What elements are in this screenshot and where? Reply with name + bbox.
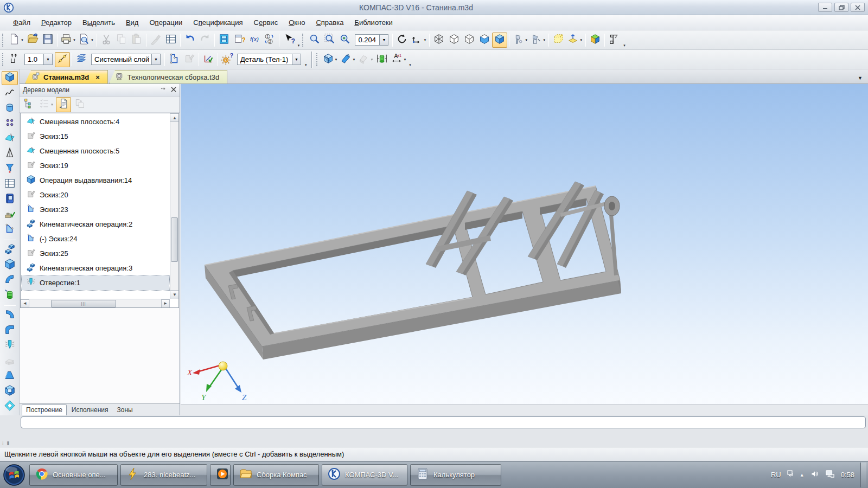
- points-button[interactable]: [2, 117, 18, 131]
- orientation-button[interactable]: ▼: [566, 33, 584, 48]
- tree-tab-1[interactable]: Построение: [22, 404, 67, 415]
- edit-part-button[interactable]: [2, 71, 18, 85]
- toolbar-options-button[interactable]: ▾: [623, 43, 626, 49]
- section-display-button[interactable]: ▼: [321, 52, 339, 67]
- toolbar-grip[interactable]: [302, 34, 305, 47]
- doc-tab-2[interactable]: Технологическая сборка.t3d: [109, 70, 227, 84]
- toolbar-options-button[interactable]: ▾: [298, 43, 300, 49]
- dimension-tool-button[interactable]: A±1▼: [390, 52, 407, 67]
- close-tab-button[interactable]: ×: [95, 73, 100, 81]
- verify-button[interactable]: [2, 208, 18, 222]
- tree-item[interactable]: Смещенная плоскость:5: [22, 144, 169, 158]
- hole-op-button[interactable]: [2, 339, 18, 353]
- menu-10[interactable]: Библиотеки: [349, 16, 398, 29]
- tree-item[interactable]: Кинематическая операция:2: [22, 217, 169, 232]
- report-button[interactable]: [2, 192, 18, 207]
- tree-item[interactable]: (-) Эскиз:24: [22, 232, 169, 246]
- tree-structure-button[interactable]: [22, 97, 37, 112]
- step-combo-value[interactable]: 1.0: [25, 55, 43, 63]
- part-combo[interactable]: Деталь (Тел-1)▼: [237, 54, 301, 65]
- calculator-taskbar-button[interactable]: Калькулятор: [410, 464, 501, 486]
- clock[interactable]: 0:58: [841, 471, 854, 479]
- close-button[interactable]: [851, 3, 865, 12]
- kinematic-op-button[interactable]: [2, 243, 18, 257]
- toolbar-grip[interactable]: [2, 53, 5, 66]
- spec-table-button[interactable]: [2, 177, 18, 191]
- zoom-in-out-button[interactable]: [337, 33, 353, 48]
- tree-item[interactable]: Кинематическая операция:3: [22, 261, 169, 275]
- relations-dropdown-icon[interactable]: ▼: [50, 103, 54, 106]
- check-object-button[interactable]: [201, 52, 216, 67]
- step-combo-arrow[interactable]: ▼: [43, 54, 52, 65]
- sketch-mode-button[interactable]: [167, 52, 182, 67]
- restore-button[interactable]: [834, 3, 848, 12]
- tree-item[interactable]: Эскиз:19: [22, 158, 169, 173]
- chrome-taskbar-button[interactable]: Основные опе...: [29, 464, 118, 486]
- start-button[interactable]: [2, 463, 27, 487]
- print-dropdown-icon[interactable]: ▼: [73, 38, 76, 42]
- menu-6[interactable]: Спецификация: [188, 16, 248, 29]
- tree-item[interactable]: Эскиз:20: [22, 188, 169, 202]
- layer-combo[interactable]: Системный слой▼: [91, 54, 161, 65]
- display-shaded-button[interactable]: [477, 33, 492, 48]
- tree-hscrollbar[interactable]: ◄ ||| ►: [21, 299, 170, 307]
- pan-move-dropdown-icon[interactable]: ▼: [423, 38, 426, 42]
- toolbar-grip[interactable]: [2, 34, 5, 47]
- media-player-taskbar-button[interactable]: [210, 464, 231, 486]
- hidden-icons-button[interactable]: ▲: [800, 472, 805, 478]
- doc-tab-1[interactable]: Станина.m3d×: [25, 70, 108, 84]
- undo-button[interactable]: [182, 33, 197, 48]
- tree-item[interactable]: Эскиз:25: [22, 246, 169, 261]
- exchange-button[interactable]: 12: [262, 33, 277, 48]
- pin-icon[interactable]: [161, 86, 167, 94]
- orientation-dropdown-icon[interactable]: ▼: [579, 38, 583, 42]
- menu-7[interactable]: Сервис: [248, 16, 284, 29]
- menu-8[interactable]: Окно: [283, 16, 310, 29]
- sketch-3d-button[interactable]: [2, 223, 18, 237]
- plane-button[interactable]: [2, 132, 18, 146]
- kompas-taskbar-button[interactable]: КОМПАС-3D V...: [322, 464, 407, 486]
- shell-op-button[interactable]: [2, 384, 18, 399]
- surface-tool-button[interactable]: ▼: [339, 52, 356, 67]
- layers-button[interactable]: [74, 52, 89, 67]
- attached-library-button[interactable]: [607, 33, 622, 48]
- menu-5[interactable]: Операции: [144, 16, 188, 29]
- tree-item[interactable]: Отверстие:1: [22, 275, 169, 290]
- save-document-button[interactable]: [40, 33, 55, 48]
- language-bar-icon[interactable]: [787, 470, 794, 479]
- zoom-frame-button[interactable]: [307, 33, 322, 48]
- menu-4[interactable]: Вид: [120, 16, 144, 29]
- surface-tool-dropdown-icon[interactable]: ▼: [352, 58, 355, 61]
- scroll-up-icon[interactable]: ▲: [170, 113, 179, 122]
- loft-op-button[interactable]: [2, 309, 18, 323]
- image-params-button[interactable]: ▼: [529, 33, 547, 48]
- close-panel-icon[interactable]: [171, 86, 176, 94]
- display-shaded-edges-button[interactable]: [492, 33, 507, 48]
- language-indicator[interactable]: RU: [771, 471, 781, 479]
- draft-op-button[interactable]: [2, 369, 18, 383]
- scroll-down-icon[interactable]: ▼: [170, 290, 179, 299]
- size-condition-button[interactable]: [374, 52, 390, 67]
- tab-overflow-button[interactable]: ▼: [858, 75, 863, 81]
- minimize-button[interactable]: [818, 3, 832, 12]
- section-display-dropdown-icon[interactable]: ▼: [335, 58, 338, 61]
- 3d-viewport[interactable]: X Y Z: [181, 84, 868, 404]
- tree-tab-3[interactable]: Зоны: [113, 405, 137, 415]
- extrude-op-button[interactable]: [2, 258, 18, 272]
- tree-item[interactable]: Смещенная плоскость:4: [22, 114, 169, 129]
- scale-combo-arrow[interactable]: ▼: [379, 35, 388, 45]
- dimension-tool-dropdown-icon[interactable]: ▼: [403, 58, 406, 61]
- panel-grip[interactable]: ⁞: [2, 440, 4, 446]
- toolbar-options-button[interactable]: ▾: [305, 63, 307, 69]
- local-frame-button[interactable]: [551, 33, 566, 48]
- context-help-button[interactable]: ?: [281, 33, 296, 48]
- library-manager-button[interactable]: [216, 33, 232, 48]
- refresh-image-button[interactable]: [394, 33, 410, 48]
- revolve-op-button[interactable]: [2, 288, 18, 303]
- scroll-left-icon[interactable]: ◄: [21, 299, 29, 308]
- spline-button[interactable]: [2, 86, 18, 100]
- scroll-right-icon[interactable]: ►: [161, 299, 170, 308]
- perspective-view-button[interactable]: [588, 33, 603, 48]
- panel-grip[interactable]: ▮: [7, 440, 10, 446]
- part-combo-arrow[interactable]: ▼: [292, 54, 301, 65]
